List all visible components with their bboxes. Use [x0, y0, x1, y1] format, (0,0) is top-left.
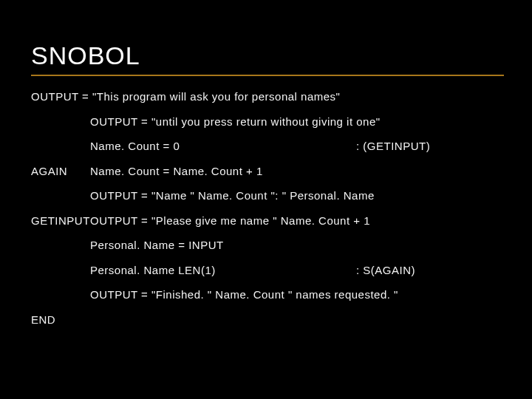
- code-line: OUTPUT = "Name " Name. Count ": " Person…: [31, 190, 501, 202]
- code-body: Personal. Name LEN(1): [90, 265, 356, 277]
- code-label: [31, 265, 90, 277]
- code-line: Personal. Name = INPUT: [31, 239, 501, 252]
- code-body: OUTPUT = "until you press return without…: [90, 116, 501, 129]
- code-body: Personal. Name = INPUT: [90, 239, 501, 252]
- code-body: OUTPUT = "Name " Name. Count ": " Person…: [90, 190, 501, 202]
- code-body: Name. Count = Name. Count + 1: [90, 166, 501, 178]
- code-line: Name. Count = 0 : (GETINPUT): [31, 140, 501, 153]
- code-line: AGAIN Name. Count = Name. Count + 1: [31, 166, 501, 178]
- code-body: OUTPUT = "Finished. " Name. Count " name…: [90, 289, 501, 301]
- code-goto: : S(AGAIN): [356, 265, 489, 277]
- code-label: END: [31, 314, 90, 327]
- code-line: OUTPUT = "until you press return without…: [31, 116, 501, 129]
- slide: SNOBOL OUTPUT = "This program will ask y…: [0, 0, 532, 399]
- code-line: OUTPUT = "This program will ask you for …: [31, 91, 501, 103]
- code-label: [31, 239, 90, 252]
- code-body: Name. Count = 0: [90, 140, 356, 153]
- code-label: [31, 289, 90, 301]
- code-label: AGAIN: [31, 166, 90, 178]
- code-body: OUTPUT = "Please give me name " Name. Co…: [90, 215, 501, 228]
- code-line: Personal. Name LEN(1) : S(AGAIN): [31, 265, 501, 277]
- code-line: GETINPUT OUTPUT = "Please give me name "…: [31, 215, 501, 228]
- slide-title: SNOBOL: [31, 41, 501, 70]
- code-label: [31, 140, 90, 153]
- code-label: GETINPUT: [31, 215, 90, 228]
- code-line: OUTPUT = "Finished. " Name. Count " name…: [31, 289, 501, 301]
- code-body: OUTPUT = "This program will ask you for …: [31, 91, 501, 103]
- title-underline: [31, 75, 504, 76]
- code-goto: : (GETINPUT): [356, 140, 489, 153]
- code-block: OUTPUT = "This program will ask you for …: [31, 91, 501, 326]
- code-line: END: [31, 314, 501, 327]
- code-label: [31, 190, 90, 202]
- code-label: [31, 116, 90, 129]
